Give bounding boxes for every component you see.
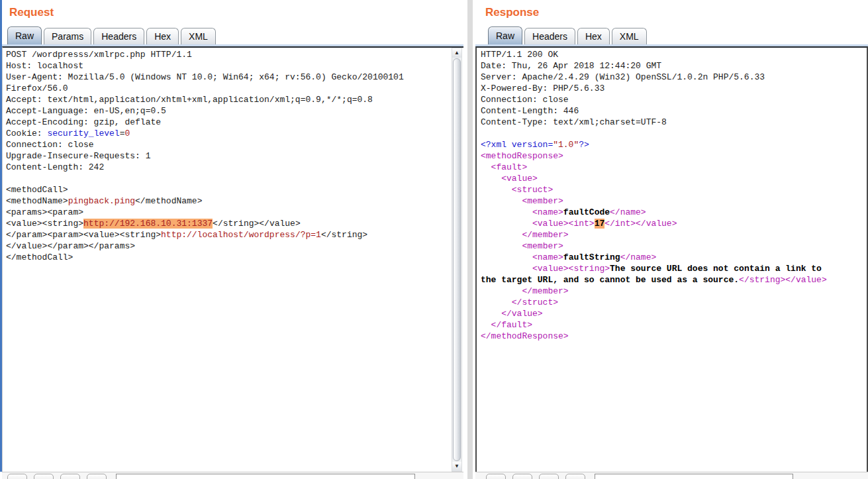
code-line — [6, 173, 450, 184]
search-input[interactable] — [595, 474, 793, 479]
code-line: X-Powered-By: PHP/5.6.33 — [481, 83, 867, 94]
code-line: Server: Apache/2.4.29 (Win32) OpenSSL/1.… — [481, 72, 867, 83]
code-line: <params><param> — [6, 207, 450, 218]
scroll-down-arrow-icon[interactable]: ▼ — [452, 462, 461, 471]
code-line: <name>faultString</name> — [481, 252, 867, 263]
code-line: <?xml version="1.0"?> — [481, 139, 867, 150]
code-line: <methodName>pingback.ping</methodName> — [6, 195, 450, 207]
code-line: <value><int>17</int></value> — [481, 218, 867, 229]
response-tab-bar: RawHeadersHexXML — [488, 27, 868, 44]
code-line: Cookie: security_level=0 — [6, 128, 450, 139]
tab-label: XML — [620, 31, 639, 42]
code-line: <struct> — [481, 184, 867, 195]
search-bar-button[interactable] — [60, 474, 80, 479]
tab-label: Hex — [154, 31, 171, 42]
code-line: </methodCall> — [6, 252, 450, 263]
request-editor[interactable]: POST /wordpresss/xmlrpc.php HTTP/1.1Host… — [2, 46, 463, 472]
code-line: Content-Length: 242 — [6, 162, 450, 173]
tab-label: Hex — [585, 31, 602, 42]
search-input[interactable] — [116, 474, 415, 479]
response-editor[interactable]: HTTP/1.1 200 OKDate: Thu, 26 Apr 2018 12… — [475, 46, 868, 472]
tab-headers[interactable]: Headers — [93, 28, 144, 44]
code-line: Accept-Encoding: gzip, deflate — [6, 117, 450, 128]
search-bar-button[interactable] — [34, 474, 54, 479]
code-line — [481, 128, 867, 139]
code-line: <value><string>The source URL does not c… — [481, 263, 867, 274]
code-line: </member> — [481, 286, 867, 297]
response-panel-title: Response — [485, 6, 868, 20]
code-line: <value> — [481, 173, 867, 184]
code-line: Connection: close — [6, 139, 450, 150]
code-line: </value> — [481, 308, 867, 319]
code-line: <name>faultCode</name> — [481, 207, 867, 218]
search-bar-button[interactable] — [7, 474, 27, 479]
code-line: </param><param><value><string>http://loc… — [6, 229, 450, 240]
code-line: <fault> — [481, 162, 867, 173]
code-line: Firefox/56.0 — [6, 83, 450, 94]
request-panel: Request RawParamsHeadersHexXML POST /wor… — [2, 0, 463, 479]
code-line: <member> — [481, 195, 867, 207]
code-line: </methodResponse> — [481, 331, 867, 342]
panel-splitter[interactable] — [463, 0, 475, 479]
code-line: Content-Type: text/xml;charset=UTF-8 — [481, 117, 867, 128]
code-line: </member> — [481, 229, 867, 240]
tab-label: Params — [52, 31, 83, 42]
tab-hex[interactable]: Hex — [146, 28, 179, 44]
code-line: Host: localhost — [6, 60, 450, 72]
scroll-thumb[interactable] — [453, 58, 461, 461]
tab-headers[interactable]: Headers — [524, 28, 575, 44]
code-line: <value><string>http://192.168.10.31:1337… — [6, 218, 450, 229]
search-bar-button[interactable] — [87, 474, 107, 479]
code-line: <member> — [481, 240, 867, 252]
code-line: Date: Thu, 26 Apr 2018 12:44:20 GMT — [481, 60, 867, 72]
code-line: <methodResponse> — [481, 150, 867, 162]
search-bar-button[interactable] — [539, 474, 559, 479]
request-search-buttons — [7, 474, 113, 479]
code-line: User-Agent: Mozilla/5.0 (Windows NT 10.0… — [6, 72, 450, 83]
tab-params[interactable]: Params — [44, 28, 91, 44]
search-bar-button[interactable] — [486, 474, 506, 479]
response-panel: Response RawHeadersHexXML HTTP/1.1 200 O… — [475, 0, 868, 479]
response-editor-text[interactable]: HTTP/1.1 200 OKDate: Thu, 26 Apr 2018 12… — [477, 48, 867, 472]
tab-label: Headers — [101, 31, 136, 42]
tab-label: Raw — [15, 30, 34, 41]
code-line: Upgrade-Insecure-Requests: 1 — [6, 150, 450, 162]
tab-label: Headers — [532, 31, 567, 42]
request-editor-text[interactable]: POST /wordpresss/xmlrpc.php HTTP/1.1Host… — [3, 48, 450, 472]
search-bar-button[interactable] — [565, 474, 585, 479]
code-line: Content-Length: 446 — [481, 105, 867, 117]
request-panel-title: Request — [9, 6, 463, 20]
code-line: POST /wordpresss/xmlrpc.php HTTP/1.1 — [6, 49, 450, 60]
tab-xml[interactable]: XML — [612, 28, 647, 44]
search-bar-button[interactable] — [512, 474, 532, 479]
splitter-grip — [467, 0, 473, 479]
tab-xml[interactable]: XML — [181, 28, 216, 44]
code-line: </fault> — [481, 319, 867, 331]
request-scrollbar[interactable]: ▲ ▼ — [452, 48, 462, 472]
tab-label: Raw — [496, 30, 514, 41]
response-search-bar — [475, 472, 868, 479]
code-line: <methodCall> — [6, 184, 450, 195]
request-tab-bar: RawParamsHeadersHexXML — [7, 27, 463, 44]
code-line: Accept: text/html,application/xhtml+xml,… — [6, 94, 450, 105]
response-search-buttons — [486, 474, 592, 479]
code-line: </value></param></params> — [6, 240, 450, 252]
code-line: HTTP/1.1 200 OK — [481, 49, 867, 60]
request-search-bar — [2, 472, 463, 479]
tab-raw[interactable]: Raw — [7, 27, 42, 44]
code-line: </struct> — [481, 297, 867, 308]
tab-raw[interactable]: Raw — [488, 27, 522, 44]
code-line: the target URL, and so cannot be used as… — [481, 274, 867, 286]
code-line: Connection: close — [481, 94, 867, 105]
scroll-up-arrow-icon[interactable]: ▲ — [452, 48, 461, 58]
tab-label: XML — [189, 31, 208, 42]
code-line: Accept-Language: en-US,en;q=0.5 — [6, 105, 450, 117]
tab-hex[interactable]: Hex — [577, 28, 610, 44]
